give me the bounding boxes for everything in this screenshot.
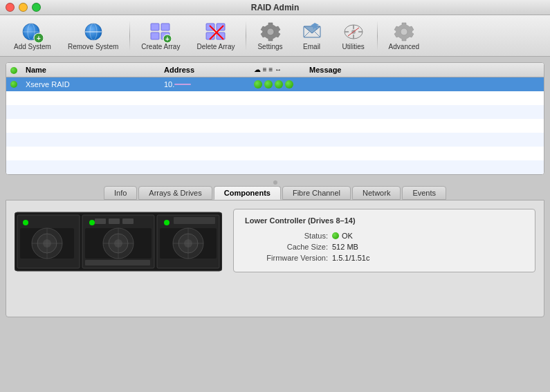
table-header: Name Address ☁ ≡ ≡ ↔ Message bbox=[6, 63, 544, 77]
separator-1 bbox=[129, 21, 130, 51]
header-address: Address bbox=[160, 64, 250, 75]
firmware-row: Firmware Version: 1.5.1/1.51c bbox=[245, 254, 524, 262]
svg-point-39 bbox=[89, 220, 95, 225]
svg-point-20 bbox=[267, 28, 274, 35]
maximize-button[interactable] bbox=[32, 3, 41, 12]
email-label: Email bbox=[303, 43, 320, 50]
tab-arrays-drives[interactable]: Arrays & Drives bbox=[138, 186, 212, 200]
advanced-button[interactable]: Advanced bbox=[381, 18, 428, 53]
row-address: 10. bbox=[160, 80, 250, 88]
add-system-icon: + bbox=[21, 21, 44, 43]
cache-row: Cache Size: 512 MB bbox=[245, 243, 524, 251]
create-array-button[interactable]: + Create Array bbox=[133, 18, 188, 53]
remove-system-button[interactable]: Remove System bbox=[59, 18, 127, 53]
tab-events[interactable]: Events bbox=[402, 186, 446, 200]
header-message: Message bbox=[305, 64, 544, 75]
close-button[interactable] bbox=[6, 3, 15, 12]
header-indicator bbox=[6, 64, 21, 75]
remove-system-icon bbox=[82, 21, 104, 43]
svg-rect-8 bbox=[151, 24, 159, 30]
tab-info[interactable]: Info bbox=[104, 186, 137, 200]
delete-array-label: Delete Array bbox=[196, 43, 235, 50]
row-name: Xserve RAID bbox=[21, 80, 160, 88]
svg-rect-40 bbox=[95, 218, 106, 224]
utilities-button[interactable]: Utilities bbox=[333, 18, 374, 53]
tab-network[interactable]: Network bbox=[352, 186, 401, 200]
status-value: OK bbox=[332, 232, 353, 240]
add-system-label: Add System bbox=[14, 43, 51, 50]
svg-line-23 bbox=[315, 32, 320, 37]
svg-text:+: + bbox=[165, 35, 169, 43]
svg-line-22 bbox=[304, 32, 309, 37]
tab-fibre-channel[interactable]: Fibre Channel bbox=[282, 186, 351, 200]
table-row-empty-2 bbox=[6, 105, 544, 119]
row-status-indicator bbox=[6, 80, 21, 89]
tabs-container: Info Arrays & Drives Components Fibre Ch… bbox=[6, 186, 544, 200]
delete-array-icon bbox=[205, 21, 227, 43]
delete-array-button[interactable]: Delete Array bbox=[188, 18, 243, 53]
table-row-empty-1 bbox=[6, 91, 544, 105]
separator-2 bbox=[246, 21, 246, 51]
window-controls bbox=[6, 3, 41, 12]
raid-device-image bbox=[15, 209, 222, 276]
table-row-empty-3 bbox=[6, 119, 544, 133]
add-system-button[interactable]: + Add System bbox=[6, 18, 59, 53]
utilities-label: Utilities bbox=[342, 43, 364, 50]
svg-point-30 bbox=[401, 28, 407, 35]
cache-value: 512 MB bbox=[332, 243, 358, 251]
svg-rect-16 bbox=[217, 24, 225, 30]
minimize-button[interactable] bbox=[19, 3, 28, 12]
table-row[interactable]: Xserve RAID 10. bbox=[6, 77, 544, 91]
titlebar: RAID Admin bbox=[0, 0, 550, 15]
address-prefix: 10. bbox=[164, 80, 174, 88]
table-row-empty-6 bbox=[6, 160, 544, 174]
raid-svg bbox=[15, 209, 222, 274]
utilities-icon bbox=[342, 21, 365, 43]
advanced-icon bbox=[393, 21, 415, 43]
svg-rect-48 bbox=[85, 260, 150, 265]
status-ok-dot bbox=[332, 232, 339, 239]
address-highlight bbox=[174, 84, 191, 85]
svg-rect-41 bbox=[109, 218, 120, 224]
advanced-label: Advanced bbox=[389, 43, 419, 50]
settings-icon bbox=[259, 21, 282, 43]
table-row-empty-4 bbox=[6, 133, 544, 147]
remove-system-label: Remove System bbox=[68, 43, 118, 50]
header-name: Name bbox=[21, 64, 160, 75]
separator-3 bbox=[377, 21, 378, 51]
header-icons: ☁ ≡ ≡ ↔ bbox=[250, 64, 305, 75]
main-content: Name Address ☁ ≡ ≡ ↔ Message Xserve RAID… bbox=[0, 57, 550, 323]
table-row-empty-5 bbox=[6, 147, 544, 160]
settings-button[interactable]: Settings bbox=[249, 18, 291, 53]
controller-info-box: Lower Controller (Drives 8–14) Status: O… bbox=[233, 209, 535, 272]
create-array-icon: + bbox=[149, 21, 172, 43]
toolbar: + Add System Remove System + bbox=[0, 15, 550, 57]
svg-text:+: + bbox=[37, 35, 41, 42]
cache-label: Cache Size: bbox=[245, 243, 328, 251]
status-row: Status: OK bbox=[245, 232, 524, 240]
firmware-value: 1.5.1/1.51c bbox=[332, 254, 369, 262]
systems-table: Name Address ☁ ≡ ≡ ↔ Message Xserve RAID… bbox=[6, 62, 544, 175]
create-array-label: Create Array bbox=[141, 43, 180, 50]
email-button[interactable]: Email bbox=[291, 18, 333, 53]
tab-components[interactable]: Components bbox=[214, 186, 281, 200]
info-box-title: Lower Controller (Drives 8–14) bbox=[245, 216, 524, 225]
svg-rect-42 bbox=[122, 218, 134, 224]
svg-point-50 bbox=[164, 220, 169, 225]
settings-label: Settings bbox=[257, 43, 282, 50]
svg-rect-51 bbox=[174, 217, 215, 224]
window-title: RAID Admin bbox=[251, 3, 300, 12]
svg-rect-10 bbox=[161, 24, 169, 30]
row-status-icons bbox=[250, 80, 305, 88]
status-label: Status: bbox=[245, 232, 328, 240]
components-panel: Lower Controller (Drives 8–14) Status: O… bbox=[6, 200, 544, 317]
firmware-label: Firmware Version: bbox=[245, 254, 328, 262]
resize-handle[interactable] bbox=[6, 179, 544, 186]
email-icon bbox=[301, 21, 323, 43]
resize-dot bbox=[273, 180, 277, 185]
svg-rect-9 bbox=[151, 32, 159, 39]
svg-point-33 bbox=[23, 220, 28, 225]
